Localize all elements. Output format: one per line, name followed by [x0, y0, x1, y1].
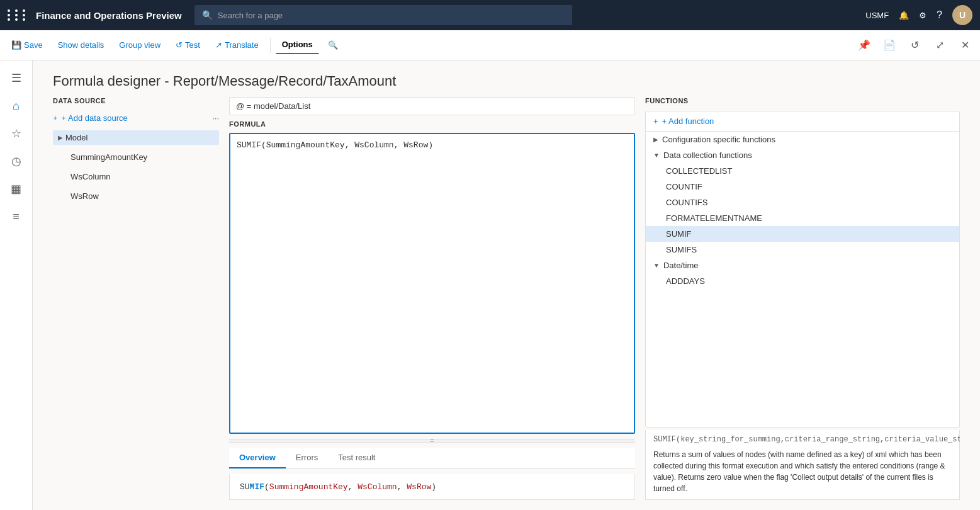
fn-category-config[interactable]: ▶ Configuration specific functions	[646, 132, 959, 147]
overview-content: SUMIF(SummingAmountKey, WsColumn, WsRow)	[229, 474, 635, 500]
fn-category-datacollection[interactable]: ▼ Data collection functions	[646, 147, 959, 163]
translate-button[interactable]: ↗ Translate	[209, 37, 265, 54]
search-bar[interactable]: 🔍	[194, 5, 572, 25]
filter-icon-button[interactable]: 🔍	[322, 37, 344, 54]
user-label[interactable]: USMF	[865, 11, 889, 20]
group-view-button[interactable]: Group view	[113, 37, 167, 54]
tree-item-label: Model	[65, 133, 87, 142]
function-description-text: Returns a sum of values of nodes (with n…	[653, 449, 952, 494]
sidebar-recent-icon[interactable]: ◷	[4, 149, 29, 174]
functions-tree: + + Add function ▶ Configuration specifi…	[645, 111, 960, 428]
command-bar-right: 📌 📄 ↺ ⤢ ✕	[854, 35, 975, 55]
page-title: Formula designer - Report/Message/Record…	[33, 60, 980, 97]
fn-item-collectedlist[interactable]: COLLECTEDLIST	[646, 163, 959, 179]
sidebar-home-icon[interactable]: ⌂	[4, 93, 29, 118]
formula-editor[interactable]: SUMIF(SummingAmountKey, WsColumn, WsRow)	[229, 133, 635, 434]
save-icon: 💾	[11, 40, 21, 50]
more-options-icon[interactable]: ···	[212, 113, 219, 123]
functions-title: FUNCTIONS	[645, 97, 960, 105]
functions-panel: FUNCTIONS + + Add function ▶ Configurati…	[645, 97, 960, 500]
formula-path: @ = model/Data/List	[229, 97, 635, 115]
main-layout: ☰ ⌂ ☆ ◷ ▦ ≡ Formula designer - Report/Me…	[0, 60, 980, 510]
sidebar-favorites-icon[interactable]: ☆	[4, 121, 29, 146]
add-icon: +	[53, 113, 58, 123]
test-icon: ↺	[176, 40, 183, 50]
fn-category-datetime[interactable]: ▼ Date/time	[646, 258, 959, 273]
command-bar: 💾 Save Show details Group view ↺ Test ↗ …	[0, 30, 980, 60]
app-grid-icon[interactable]	[8, 9, 28, 21]
search-icon: 🔍	[202, 10, 213, 20]
pin-button[interactable]: 📌	[854, 35, 874, 55]
fn-item-countifs[interactable]: COUNTIFS	[646, 195, 959, 210]
chevron-down-icon: ▼	[653, 262, 660, 269]
function-description-box: SUMIF(key_string_for_summing,criteria_ra…	[645, 430, 960, 500]
search-input[interactable]	[218, 11, 565, 20]
avatar[interactable]: U	[952, 5, 972, 25]
tab-errors[interactable]: Errors	[286, 448, 328, 468]
close-button[interactable]: ✕	[955, 35, 975, 55]
data-source-title: DATA SOURCE	[53, 97, 219, 105]
fn-item-sumifs[interactable]: SUMIFS	[646, 242, 959, 258]
tree-item-label: SummingAmountKey	[70, 152, 147, 162]
content-area: Formula designer - Report/Message/Record…	[33, 60, 980, 510]
top-navigation: Finance and Operations Preview 🔍 USMF 🔔 …	[0, 0, 980, 30]
tree-item-summingamountkey[interactable]: SummingAmountKey	[53, 150, 219, 164]
sidebar-hamburger[interactable]: ☰	[4, 65, 29, 91]
tree-item-model[interactable]: ▶ Model	[53, 130, 219, 145]
chevron-right-icon: ▶	[653, 136, 658, 143]
help-icon[interactable]: ?	[937, 9, 942, 21]
fn-item-countif[interactable]: COUNTIF	[646, 179, 959, 195]
formula-label: FORMULA	[229, 120, 635, 128]
tree-item-wsrow[interactable]: WsRow	[53, 189, 219, 203]
tree-item-label: WsRow	[70, 191, 99, 201]
add-function-icon: +	[653, 116, 658, 126]
maximize-button[interactable]: ⤢	[930, 35, 950, 55]
panels-container: DATA SOURCE + + Add data source ··· ▶ Mo…	[33, 97, 980, 510]
fn-item-sumif[interactable]: SUMIF	[646, 226, 959, 242]
top-nav-right: USMF 🔔 ⚙ ? U	[865, 5, 972, 25]
separator	[270, 38, 271, 53]
formula-panel: @ = model/Data/List FORMULA SUMIF(Summin…	[229, 97, 645, 500]
add-data-source-button[interactable]: + + Add data source ···	[53, 113, 219, 123]
translate-icon: ↗	[215, 40, 222, 50]
fn-item-adddays[interactable]: ADDDAYS	[646, 273, 959, 289]
left-sidebar: ☰ ⌂ ☆ ◷ ▦ ≡	[0, 60, 33, 510]
tree-item-label: WsColumn	[70, 172, 111, 181]
fn-item-formatelementname[interactable]: FORMATELEMENTNAME	[646, 210, 959, 226]
settings-icon[interactable]: ⚙	[919, 11, 926, 20]
data-source-panel: DATA SOURCE + + Add data source ··· ▶ Mo…	[53, 97, 229, 500]
tab-test-result[interactable]: Test result	[328, 448, 385, 468]
tab-overview[interactable]: Overview	[229, 448, 286, 468]
notification-icon[interactable]: 🔔	[899, 11, 909, 20]
app-title: Finance and Operations Preview	[36, 10, 182, 21]
tree-item-wscolumn[interactable]: WsColumn	[53, 169, 219, 184]
chevron-right-icon: ▶	[58, 134, 63, 141]
sidebar-modules-icon[interactable]: ≡	[4, 204, 29, 229]
formula-overview-text: SUMIF(SummingAmountKey, WsColumn, WsRow)	[240, 482, 436, 492]
filter-icon: 🔍	[328, 40, 338, 50]
show-details-button[interactable]: Show details	[52, 37, 111, 54]
test-button[interactable]: ↺ Test	[169, 37, 206, 54]
resize-handle[interactable]: =	[229, 439, 635, 443]
sidebar-workspaces-icon[interactable]: ▦	[4, 176, 29, 201]
save-button[interactable]: 💾 Save	[5, 37, 49, 54]
open-in-new-button[interactable]: 📄	[879, 35, 899, 55]
options-button[interactable]: Options	[276, 36, 319, 54]
function-signature: SUMIF(key_string_for_summing,criteria_ra…	[653, 435, 952, 444]
chevron-down-icon: ▼	[653, 152, 660, 159]
refresh-button[interactable]: ↺	[904, 35, 925, 55]
formula-tabs: Overview Errors Test result	[229, 448, 635, 469]
add-function-button[interactable]: + + Add function	[646, 111, 959, 132]
